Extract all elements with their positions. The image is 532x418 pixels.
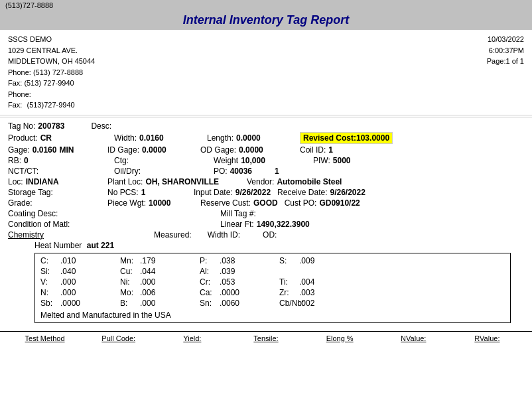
- piw-label: PIW:: [313, 156, 330, 165]
- chem-element-value: .038: [220, 256, 235, 265]
- company-address2: MIDDLETOWN, OH 45044: [8, 56, 95, 67]
- footer-item: RValue:: [450, 334, 524, 342]
- chem-element-value: .039: [220, 267, 235, 276]
- chem-item: Si:.040: [40, 267, 120, 276]
- report-page: Page:1 of 1: [487, 56, 524, 67]
- plant-loc-label: Plant Loc:: [107, 177, 143, 186]
- width-label: Width:: [114, 133, 137, 143]
- chem-element-label: Sb:: [40, 299, 59, 308]
- gage-min: MIN: [59, 145, 74, 155]
- linear-ft-label: Linear Ft:: [220, 220, 254, 229]
- footer-item: Pull Code:: [82, 334, 155, 342]
- chem-item: Sb:.0000: [40, 299, 120, 308]
- chem-element-value: .040: [60, 267, 76, 276]
- weight-label: Weight: [214, 156, 238, 165]
- chem-element-label: C:: [40, 256, 59, 265]
- chem-item: Ni:.000: [120, 277, 200, 287]
- no-pcs-label: No PCS:: [107, 188, 139, 197]
- id-gage-label: ID Gage:: [107, 145, 139, 155]
- plant-loc-value: OH, SHARONVILLE: [145, 177, 219, 186]
- chem-item: S:.009: [279, 256, 359, 265]
- footer-item: Elong %: [303, 334, 377, 342]
- po-label: PO:: [214, 167, 228, 176]
- chem-item: Sn:.0060: [200, 299, 279, 308]
- loc-label: Loc:: [8, 177, 23, 186]
- od-label2: OD:: [263, 230, 277, 240]
- receive-date-label: Receive Date:: [277, 188, 327, 197]
- chem-item: C:.010: [40, 256, 120, 265]
- top-phone: (513)727-8888: [5, 1, 53, 9]
- chemistry-box: C:.010Mn:.179P:.038S:.009Si:.040Cu:.044A…: [34, 253, 511, 323]
- input-date-label: Input Date:: [194, 188, 233, 197]
- oil-dry-label: Oil/Dry:: [114, 167, 141, 176]
- chem-item: Cr:.053: [200, 277, 279, 287]
- loc-value: INDIANA: [26, 177, 59, 186]
- company-name: SSCS DEMO: [8, 34, 95, 45]
- chem-element-label: Ca:: [200, 288, 218, 297]
- tag-no-value: 200783: [38, 121, 64, 131]
- chem-element-value: .000: [140, 277, 155, 287]
- chemistry-label[interactable]: Chemistry: [8, 230, 44, 240]
- chem-item: Ti:.004: [279, 277, 359, 287]
- gage-label: Gage:: [8, 145, 30, 155]
- chem-row: N:.000Mo:.006Ca:.0000Zr:.003: [40, 288, 505, 297]
- condition-label: Condition of Matl:: [8, 220, 70, 229]
- condition-row: Condition of Matl: Linear Ft: 1490,322.3…: [8, 220, 524, 229]
- vendor-value: Automobile Steel: [277, 177, 342, 186]
- chem-item: Zr:.003: [279, 288, 359, 297]
- grade-row: Grade: Piece Wgt: 10000 Reserve Cust: GO…: [8, 198, 524, 208]
- heat-number-label: Heat Number: [34, 241, 82, 250]
- chem-row: C:.010Mn:.179P:.038S:.009: [40, 256, 505, 265]
- chem-element-label: Cr:: [200, 277, 218, 287]
- chem-element-value: .179: [140, 256, 155, 265]
- chem-element-label: Zr:: [279, 288, 298, 297]
- tag-row: Tag No: 200783 Desc:: [8, 121, 524, 131]
- footer-item: Yield:: [155, 334, 229, 342]
- company-fax: Fax: (513) 727-9940: [8, 78, 95, 89]
- chem-element-label: V:: [40, 277, 59, 287]
- coil-id-label: Coil ID:: [300, 145, 326, 155]
- chem-item: P:.038: [200, 256, 279, 265]
- nct-row: NCT/CT: Oil/Dry: PO: 40036 1: [8, 167, 524, 176]
- gage-value: 0.0160: [33, 145, 57, 155]
- chem-item: [279, 267, 359, 276]
- chem-element-label: Ni:: [120, 277, 139, 287]
- od-gage-value: 0.0000: [239, 145, 263, 155]
- chem-element-value: .003: [299, 288, 314, 297]
- chem-element-label: Mo:: [120, 288, 139, 297]
- weight-value: 10,000: [241, 156, 265, 165]
- report-date: 10/03/2022: [487, 34, 524, 45]
- chem-element-value: .006: [140, 288, 155, 297]
- chem-element-label: P:: [200, 256, 218, 265]
- phone-label2: Phone:: [8, 90, 31, 98]
- chem-element-value: .053: [220, 277, 235, 287]
- company-phone: Phone: (513) 727-8888: [8, 67, 95, 78]
- footer-item: NValue:: [377, 334, 450, 342]
- chem-row: Sb:.0000B:.000Sn:.0060Cb/Nb:.002: [40, 299, 505, 308]
- company-phone2: Phone:: [8, 89, 95, 100]
- chem-element-value: .000: [140, 299, 155, 308]
- chem-element-label: N:: [40, 288, 59, 297]
- title-bar: Internal Inventory Tag Report: [0, 11, 532, 30]
- date-info: 10/03/2022 6:00:37PM Page:1 of 1: [487, 34, 524, 111]
- receive-date-value: 9/26/2022: [330, 188, 365, 197]
- rb-value: 0: [24, 156, 29, 165]
- report-title: Internal Inventory Tag Report: [3, 13, 529, 27]
- coating-desc-label: Coating Desc:: [8, 209, 58, 218]
- chem-element-value: .002: [299, 299, 314, 308]
- chem-item: Ca:.0000: [200, 288, 279, 297]
- chem-item: V:.000: [40, 277, 120, 287]
- fax-label2: Fax:: [8, 101, 22, 109]
- coating-row: Coating Desc: Mill Tag #:: [8, 209, 524, 218]
- cust-po-value: GD0910/22: [319, 198, 360, 208]
- footer-row: Test MethodPull Code:Yield:Tensile:Elong…: [0, 331, 532, 345]
- po-value2: 1: [275, 167, 279, 176]
- rb-label: RB:: [8, 156, 21, 165]
- chem-element-value: .0000: [60, 299, 80, 308]
- piece-wgt-value: 10000: [149, 198, 170, 208]
- reserve-cust-value: GOOD: [253, 198, 278, 208]
- chem-element-value: .000: [60, 277, 76, 287]
- gage-row: Gage: 0.0160 MIN ID Gage: 0.0000 OD Gage…: [8, 145, 524, 155]
- chem-element-label: Si:: [40, 267, 59, 276]
- chemistry-note: Melted and Manufactured in the USA: [40, 311, 505, 320]
